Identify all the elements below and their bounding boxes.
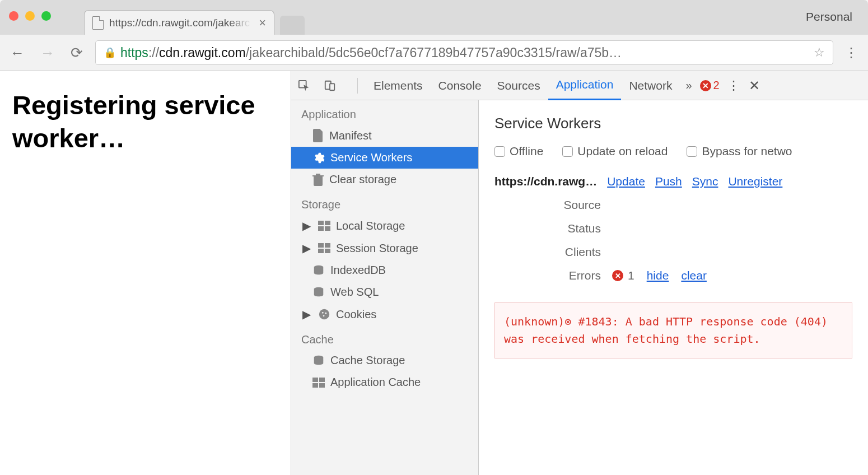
sync-link[interactable]: Sync [692,175,718,188]
error-count: 1 [628,269,634,282]
svg-rect-2 [330,83,334,90]
sidebar-group-application: Application [291,100,478,124]
sidebar-group-cache: Cache [291,325,478,350]
svg-point-16 [323,315,325,316]
sidebar-item-service-workers[interactable]: Service Workers [291,147,478,169]
maximize-window-icon[interactable] [41,11,51,21]
device-toggle-icon[interactable] [324,80,342,92]
svg-rect-9 [318,249,324,253]
svg-point-13 [319,309,329,319]
error-message: (unknown)⊗ #1843: A bad HTTP response co… [494,302,852,358]
sidebar-item-cookies[interactable]: ▶ Cookies [291,303,478,325]
chrome-menu-icon[interactable]: ⋮ [844,45,858,60]
profile-label[interactable]: Personal [806,10,852,24]
unregister-link[interactable]: Unregister [728,175,782,188]
reload-button[interactable]: ⟳ [71,44,83,62]
svg-point-15 [325,313,326,314]
error-badge[interactable]: ✕2 [700,79,720,92]
svg-rect-7 [318,243,324,248]
errors-label: Errors [494,269,612,282]
more-tabs-icon[interactable]: » [680,79,697,92]
page-content: Registering service worker… [0,71,291,475]
sidebar-item-manifest[interactable]: Manifest [291,124,478,147]
page-heading: Registering service worker… [12,89,278,155]
tab-network[interactable]: Network [621,71,680,100]
devtools-panel: Elements Console Sources Application Net… [291,71,868,475]
push-link[interactable]: Push [655,175,682,188]
page-icon [92,16,104,30]
panel-title: Service Workers [494,115,852,132]
offline-checkbox[interactable]: Offline [494,145,543,158]
svg-rect-8 [325,243,330,248]
sidebar-item-cache-storage[interactable]: Cache Storage [291,350,478,371]
source-label: Source [494,198,612,212]
bookmark-icon[interactable]: ☆ [814,45,825,60]
tab-strip: https://cdn.rawgit.com/jakearc × Persona… [0,0,868,35]
svg-rect-4 [325,221,330,225]
minimize-window-icon[interactable] [25,11,35,21]
tab-title: https://cdn.rawgit.com/jakearc [109,17,250,29]
devtools-close-icon[interactable]: ✕ [749,78,760,94]
tab-application[interactable]: Application [548,71,622,100]
update-link[interactable]: Update [607,175,645,188]
service-workers-panel: Service Workers Offline Update on reload… [479,100,868,475]
application-sidebar: Application Manifest Service Workers Cle… [291,100,479,475]
clear-link[interactable]: clear [681,269,707,282]
svg-rect-3 [318,221,324,225]
inspect-icon[interactable] [298,80,316,92]
svg-rect-6 [325,226,330,231]
hide-link[interactable]: hide [647,269,669,282]
close-tab-icon[interactable]: × [259,16,266,30]
address-bar[interactable]: 🔒 https://cdn.rawgit.com/jakearchibald/5… [95,40,833,65]
forward-button: → [40,44,55,62]
expand-icon[interactable]: ▶ [302,219,310,232]
sidebar-group-storage: Storage [291,190,478,215]
toolbar: ← → ⟳ 🔒 https://cdn.rawgit.com/jakearchi… [0,35,868,71]
clients-label: Clients [494,245,612,259]
status-label: Status [494,222,612,235]
tab-sources[interactable]: Sources [489,71,548,100]
svg-rect-5 [318,226,324,231]
svg-rect-18 [312,378,318,382]
svg-rect-20 [312,383,318,388]
lock-icon: 🔒 [104,46,116,59]
update-on-reload-checkbox[interactable]: Update on reload [562,145,668,158]
sidebar-item-application-cache[interactable]: Application Cache [291,371,478,393]
devtools-menu-icon[interactable]: ⋮ [727,78,740,93]
browser-tab[interactable]: https://cdn.rawgit.com/jakearc × [84,10,274,35]
window-controls [9,11,51,21]
svg-rect-10 [325,249,330,253]
sidebar-item-websql[interactable]: Web SQL [291,281,478,303]
expand-icon[interactable]: ▶ [302,308,310,321]
devtools-tabbar: Elements Console Sources Application Net… [291,71,868,100]
svg-rect-19 [319,378,325,382]
sidebar-item-clear-storage[interactable]: Clear storage [291,169,478,190]
sw-origin: https://cdn.rawg… [494,175,597,188]
sidebar-item-session-storage[interactable]: ▶ Session Storage [291,237,478,259]
sidebar-item-local-storage[interactable]: ▶ Local Storage [291,215,478,237]
tab-console[interactable]: Console [431,71,489,100]
sidebar-item-indexeddb[interactable]: IndexedDB [291,259,478,281]
back-button[interactable]: ← [10,44,25,62]
bypass-network-checkbox[interactable]: Bypass for netwo [687,145,792,158]
url-text: https://cdn.rawgit.com/jakearchibald/5dc… [120,45,808,60]
new-tab-button[interactable] [280,16,305,35]
svg-point-14 [322,312,324,314]
tab-elements[interactable]: Elements [366,71,431,100]
error-icon: ✕ [612,270,623,281]
close-window-icon[interactable] [9,11,18,21]
expand-icon[interactable]: ▶ [302,241,310,255]
svg-rect-21 [319,383,325,388]
